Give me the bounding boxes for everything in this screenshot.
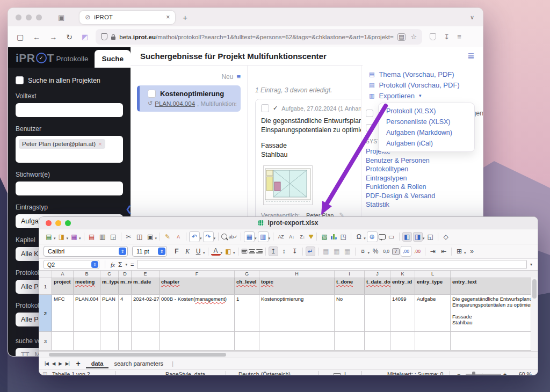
italic-icon[interactable]: K xyxy=(183,246,192,256)
data-cell[interactable]: 4 xyxy=(119,295,132,331)
dropdown-caret-icon[interactable]: ▾ xyxy=(79,236,81,241)
cut-icon[interactable]: ✂ xyxy=(124,232,134,242)
data-cell[interactable]: 14069 xyxy=(390,295,415,331)
tab-list-chevron-icon[interactable]: ∨ xyxy=(470,14,474,21)
selection-mode-icon[interactable] xyxy=(334,373,341,375)
data-cell[interactable]: 000B - Kosten(management) xyxy=(160,295,235,331)
reload-icon[interactable]: ↻ xyxy=(66,33,73,41)
sort-descending-icon[interactable]: Z↓ xyxy=(298,232,307,242)
volltext-input[interactable] xyxy=(16,103,123,117)
find-replace-icon[interactable] xyxy=(221,234,227,239)
horizontal-scrollbar[interactable] xyxy=(39,351,538,358)
dropdown-caret-icon[interactable]: ▾ xyxy=(67,236,69,241)
window-zoom-button[interactable] xyxy=(36,14,42,20)
floorplan-thumbnail[interactable] xyxy=(263,165,313,205)
align-top-icon[interactable]: ↥ xyxy=(269,246,278,256)
sheet-nav-icon[interactable]: |◀ xyxy=(45,361,48,366)
add-decimal-icon[interactable]: ,00 xyxy=(401,246,411,257)
column-header[interactable]: C xyxy=(100,271,119,278)
menu-hamburger-icon[interactable]: ≡ xyxy=(468,49,474,62)
header-cell[interactable]: t_date_done xyxy=(365,278,390,294)
column-header[interactable]: A xyxy=(52,271,74,278)
dropdown-caret-icon[interactable]: ▾ xyxy=(200,236,202,241)
sheet-nav-icon[interactable]: ▶ xyxy=(59,361,62,366)
column-header[interactable]: L xyxy=(415,271,451,278)
dropdown-caret-icon[interactable]: ▾ xyxy=(214,236,216,241)
column-header[interactable]: I xyxy=(335,271,365,278)
empty-cell[interactable] xyxy=(119,332,132,350)
browser-menu-icon[interactable]: ≡ xyxy=(457,33,461,41)
delete-decimal-icon[interactable]: ,00 xyxy=(412,246,422,256)
column-header[interactable]: D xyxy=(119,271,132,278)
all-projects-checkbox[interactable] xyxy=(16,76,24,84)
empty-cell[interactable] xyxy=(74,332,100,350)
selection-stats-label[interactable]: Mittelwert: ; Summe: 0 xyxy=(387,371,443,375)
borders-icon[interactable]: ⊞ xyxy=(454,246,464,256)
overflow-icon[interactable]: » xyxy=(467,246,477,256)
sheet-tab[interactable]: data xyxy=(86,359,109,368)
clone-formatting-icon[interactable]: ✎ xyxy=(163,232,172,242)
tab-suche[interactable]: Suche xyxy=(95,50,131,68)
entry-text-cell[interactable]: Die gegenständliche Entwurfsplanung ist … xyxy=(451,295,538,331)
print-icon[interactable]: ▥ xyxy=(98,232,107,242)
data-cell[interactable]: No xyxy=(335,295,365,331)
reader-mode-icon[interactable]: ▤ xyxy=(397,33,405,41)
lock-icon[interactable] xyxy=(111,37,115,40)
window-minimize-button[interactable] xyxy=(26,14,32,20)
empty-cell[interactable] xyxy=(390,332,415,350)
sum-icon[interactable]: Σ xyxy=(118,261,122,268)
special-character-icon[interactable]: Ω xyxy=(354,232,364,242)
zoom-in-icon[interactable]: + xyxy=(503,371,506,375)
function-wizard-icon[interactable]: fx xyxy=(111,262,115,268)
font-size-select[interactable]: 11 pt⇕ xyxy=(132,246,167,257)
action-link[interactable]: ▤ Protokoll (Vorschau, PDF) xyxy=(369,79,460,90)
dropdown-caret-icon[interactable]: ▾ xyxy=(203,251,205,255)
header-cell[interactable]: topic xyxy=(259,278,335,294)
header-cell[interactable]: entry_id xyxy=(390,278,415,294)
item-checkbox[interactable] xyxy=(148,90,156,98)
formula-bar-expand-icon[interactable]: ▾ xyxy=(530,262,532,267)
vertical-scrollbar[interactable] xyxy=(531,278,538,351)
redo-icon[interactable]: ↷ xyxy=(203,231,214,242)
merge-cells-icon[interactable]: ▦ xyxy=(321,246,331,256)
align-right-icon[interactable] xyxy=(256,249,263,254)
system-link[interactable]: Statistik xyxy=(366,200,435,209)
benutzer-input[interactable]: Peter Plan (peter@plan.at)× xyxy=(16,136,123,163)
column-header[interactable]: G xyxy=(235,271,259,278)
header-cell[interactable]: entry_type xyxy=(415,278,451,294)
new-tab-button[interactable]: + xyxy=(183,13,187,22)
zoom-slider[interactable] xyxy=(466,374,501,375)
sheet-nav-icon[interactable]: ▶| xyxy=(66,361,69,366)
spelling-icon[interactable]: ab✓ xyxy=(228,232,238,242)
sort-ascending-icon[interactable]: A↓ xyxy=(287,232,296,242)
stepper-icon[interactable]: ⇕ xyxy=(158,248,165,255)
tracking-protection-shield-icon[interactable] xyxy=(101,33,107,40)
scrollbar-thumb[interactable] xyxy=(49,353,226,357)
back-icon[interactable]: ← xyxy=(33,33,40,41)
empty-cell[interactable] xyxy=(100,332,119,350)
tab-overview-icon[interactable]: ▣ xyxy=(58,13,64,21)
percent-format-icon[interactable]: % xyxy=(371,246,380,256)
zoom-out-icon[interactable]: − xyxy=(457,371,460,375)
align-center-icon[interactable] xyxy=(249,249,255,254)
wrap-text-icon[interactable]: ↵ xyxy=(306,246,315,256)
insert-image-icon[interactable]: ▧ xyxy=(320,232,329,242)
freeze-cells-icon[interactable]: ◨ xyxy=(413,232,423,242)
shapes-icon[interactable]: ◇ xyxy=(441,232,451,242)
split-window-icon[interactable]: ◱ xyxy=(425,232,435,242)
data-cell[interactable]: MFC xyxy=(52,295,74,331)
currency-format-icon[interactable]: ¤ xyxy=(358,246,368,256)
column-header[interactable] xyxy=(451,271,538,278)
browser-tab[interactable]: ⊘ iPROT × xyxy=(79,11,175,24)
stichwort-input[interactable] xyxy=(16,182,123,195)
scrollbar-thumb[interactable] xyxy=(532,279,537,299)
empty-cell[interactable] xyxy=(160,332,235,350)
empty-cell[interactable] xyxy=(259,332,335,350)
data-cell[interactable]: 1 xyxy=(235,295,259,331)
dropdown-caret-icon[interactable]: ▾ xyxy=(54,236,56,241)
column-header[interactable]: J xyxy=(365,271,390,278)
clear-formatting-icon[interactable]: A xyxy=(173,232,183,242)
sheet-nav-icon[interactable]: ◀ xyxy=(52,361,55,366)
action-link[interactable]: ▥ Exportieren ▾ xyxy=(369,90,460,101)
row-header[interactable]: 3 xyxy=(39,332,52,350)
